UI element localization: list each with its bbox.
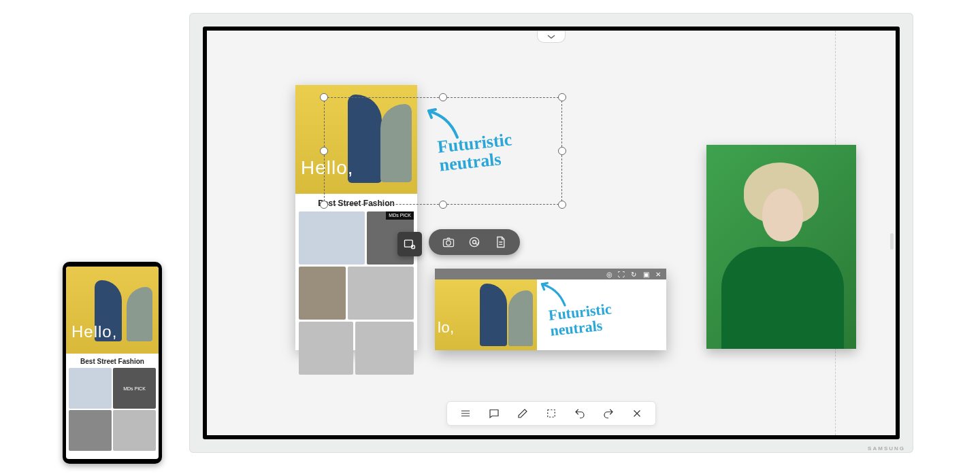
pull-down-tab[interactable] <box>537 31 566 43</box>
resize-handle[interactable] <box>439 201 447 209</box>
resize-handle[interactable] <box>320 147 328 155</box>
mds-pick-badge: MDs PICK <box>386 211 414 220</box>
edit-icon[interactable] <box>515 406 530 421</box>
svg-point-6 <box>446 241 451 245</box>
redo-icon[interactable] <box>601 406 616 421</box>
whiteboard-canvas[interactable]: Hello, Best Street Fashion MDs PICK <box>207 31 896 435</box>
resize-handle[interactable] <box>558 147 566 155</box>
fit-icon[interactable]: ▣ <box>642 271 650 278</box>
close-icon[interactable] <box>630 406 644 421</box>
note-icon[interactable] <box>487 406 502 421</box>
close-icon[interactable]: ✕ <box>654 271 662 278</box>
resize-handle[interactable] <box>558 93 566 101</box>
snippet-card[interactable]: ◎ ⛶ ↻ ▣ ✕ lo, Futuristic neutrals <box>435 269 666 350</box>
menu-icon[interactable] <box>458 406 473 421</box>
brand-label: SAMSUNG <box>868 445 905 452</box>
phone-device: Hello, Best Street Fashion MDs PICK <box>63 262 162 464</box>
svg-rect-9 <box>548 410 555 418</box>
portrait-image[interactable] <box>706 145 856 349</box>
phone-grid: MDs PICK <box>66 368 159 451</box>
ink-arrow <box>537 281 571 308</box>
flip-display: Hello, Best Street Fashion MDs PICK <box>189 13 913 453</box>
snippet-annotation: Futuristic neutrals <box>548 301 614 339</box>
scroll-indicator[interactable] <box>890 233 894 250</box>
expand-icon[interactable]: ⛶ <box>617 271 625 278</box>
resize-handle[interactable] <box>558 201 566 209</box>
bottom-toolbar <box>446 401 656 426</box>
rotate-icon[interactable]: ↻ <box>630 271 638 278</box>
capture-pill <box>429 229 520 255</box>
snippet-hero-text: lo, <box>438 319 455 337</box>
ink-annotation: Futuristic neutrals <box>436 130 514 175</box>
select-icon[interactable] <box>544 406 559 421</box>
document-icon[interactable] <box>493 235 508 250</box>
phone-screen: Hello, Best Street Fashion MDs PICK <box>66 267 159 459</box>
undo-icon[interactable] <box>572 406 587 421</box>
svg-point-8 <box>473 241 476 244</box>
phone-hero-text: Hello, <box>71 322 117 341</box>
snip-button[interactable] <box>397 232 422 256</box>
resize-handle[interactable] <box>320 93 328 101</box>
phone-section-title: Best Street Fashion <box>66 354 159 368</box>
camera-icon[interactable] <box>441 235 456 250</box>
resize-handle[interactable] <box>320 201 328 209</box>
snippet-toolbar: ◎ ⛶ ↻ ▣ ✕ <box>435 269 666 279</box>
at-icon[interactable] <box>467 235 482 250</box>
svg-point-7 <box>470 237 478 246</box>
mds-pick-badge: MDs PICK <box>113 368 156 409</box>
resize-handle[interactable] <box>439 93 447 101</box>
camera-icon[interactable]: ◎ <box>605 271 613 278</box>
phone-hero: Hello, <box>66 267 159 354</box>
